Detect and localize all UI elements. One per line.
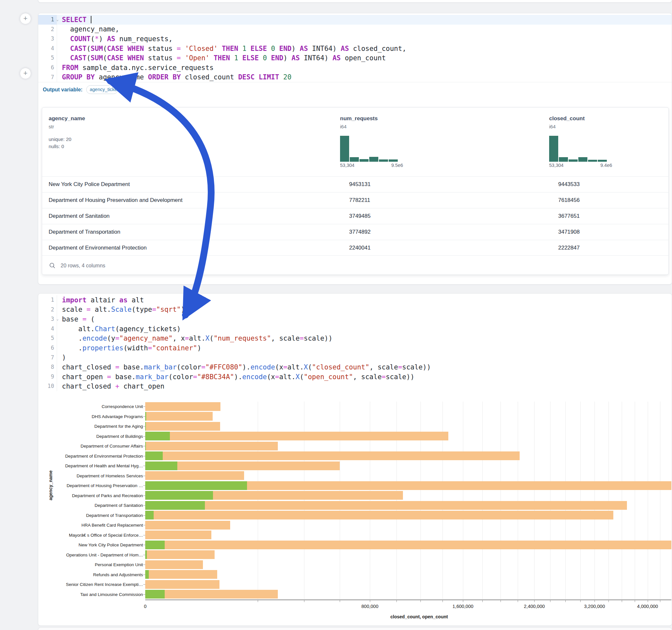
x-tick xyxy=(635,600,635,602)
closed_count-bar xyxy=(145,452,520,460)
x-tick xyxy=(397,600,397,602)
y-tick-label: Department of Buildings xyxy=(96,434,143,438)
chart-x-axis-line xyxy=(145,600,671,600)
open_count-bar xyxy=(145,550,147,559)
code-line[interactable]: 4 alt.Chart(agency_tickets) xyxy=(38,324,672,334)
code-line[interactable]: 5 .encode(y="agency_name", x=alt.X("num_… xyxy=(38,334,672,343)
column-header-num_requests[interactable]: num_requestsi6453,3049.5e6 xyxy=(340,107,378,129)
notebook-page: { "ui": { "plus_label": "+", "output_var… xyxy=(0,0,672,630)
code-text: chart_closed + chart_open xyxy=(62,382,164,390)
column-header-closed_count[interactable]: closed_counti6453,3049.4e6 xyxy=(549,107,585,129)
gridline xyxy=(442,402,443,599)
histogram-max: 9.4e6 xyxy=(600,163,612,168)
table-cell: 3471908 xyxy=(558,229,580,235)
table-row[interactable]: Department of Housing Preservation and D… xyxy=(42,192,668,208)
closed_count-bar xyxy=(145,501,627,510)
table-cell: Department of Transportation xyxy=(49,229,120,235)
line-number: 1 xyxy=(38,295,57,305)
x-tick xyxy=(550,600,550,602)
code-line[interactable]: 7) xyxy=(38,353,672,363)
dataframe-preview: agency_namestrunique: 20nulls: 0num_requ… xyxy=(42,107,669,275)
python-code-editor[interactable]: 1import altair as alt2scale = alt.Scale(… xyxy=(38,294,672,391)
gridline xyxy=(595,402,595,599)
code-text: GROUP BY agency_name ORDER BY closed_cou… xyxy=(62,73,291,81)
line-number: 6 xyxy=(38,63,57,73)
code-text: SELECT xyxy=(62,16,91,24)
output-variable-pill[interactable]: agency_tickets xyxy=(86,85,118,94)
closed_count-bar xyxy=(145,521,230,530)
y-tick-label: Department of Parks and Recreation xyxy=(72,493,143,498)
x-tick xyxy=(340,600,340,602)
gridline xyxy=(550,402,550,599)
closed_count-bar xyxy=(145,580,219,589)
add-cell-button[interactable]: + xyxy=(20,13,31,24)
y-tick-label: Department of Transportation xyxy=(86,513,143,517)
x-tick-label: 3,200,000 xyxy=(584,604,605,609)
table-row[interactable]: New York City Police Department945313194… xyxy=(42,176,668,192)
search-icon[interactable] xyxy=(49,263,55,269)
gridline xyxy=(648,402,648,599)
code-line[interactable]: 3⌄base = ( xyxy=(38,314,672,324)
column-name: closed_count xyxy=(549,115,585,122)
table-cell: 9453131 xyxy=(349,181,370,188)
table-row[interactable]: Department of Environmental Protection22… xyxy=(42,240,668,256)
table-cell: 7618456 xyxy=(558,197,580,203)
gridline xyxy=(421,402,421,599)
histogram-bar xyxy=(360,159,368,162)
table-cell: Department of Sanitation xyxy=(49,213,110,219)
table-row[interactable]: Department of Transportation377489234719… xyxy=(42,224,668,240)
column-type: i64 xyxy=(549,124,585,129)
code-text: CAST(SUM(CASE WHEN status = 'Closed' THE… xyxy=(62,45,406,52)
x-tick xyxy=(463,600,463,602)
gridline xyxy=(258,402,258,599)
y-tick-label: Operations Unit - Department of Hom… xyxy=(66,552,143,557)
collapse-chevron-icon[interactable]: ⌄ xyxy=(56,15,59,25)
code-line[interactable]: 9chart_open = base.mark_bar(color="#8BC3… xyxy=(38,372,672,382)
closed_count-bar xyxy=(145,511,613,519)
gridline xyxy=(622,402,622,599)
open_count-bar xyxy=(145,570,149,579)
dataframe-rows: New York City Police Department945313194… xyxy=(42,176,668,256)
sql-code-editor[interactable]: 1⌄SELECT 2 agency_name,3 COUNT(*) AS num… xyxy=(38,13,672,82)
code-line[interactable]: 8chart_closed = base.mark_bar(color="#FF… xyxy=(38,362,672,372)
code-line[interactable]: 5 CAST(SUM(CASE WHEN status = 'Open' THE… xyxy=(38,53,672,63)
gridline xyxy=(580,402,581,599)
gridline xyxy=(501,402,501,599)
open_count-bar xyxy=(145,590,165,599)
code-line[interactable]: 7GROUP BY agency_name ORDER BY closed_co… xyxy=(38,73,672,82)
line-number: 10 xyxy=(38,382,57,391)
sql-cell: 1⌄SELECT 2 agency_name,3 COUNT(*) AS num… xyxy=(38,13,672,285)
add-cell-button[interactable]: + xyxy=(20,68,31,79)
table-cell: Department of Environmental Protection xyxy=(49,245,146,251)
code-text: import altair as alt xyxy=(62,296,144,304)
code-line[interactable]: 6 .properties(width="container") xyxy=(38,343,672,353)
y-tick-label: Department of Environmental Protection xyxy=(65,453,143,458)
x-tick xyxy=(595,600,595,602)
x-tick-label: 800,000 xyxy=(361,604,378,609)
code-line[interactable]: 1import altair as alt xyxy=(38,295,672,305)
code-line[interactable]: 1⌄SELECT xyxy=(38,15,672,25)
closed_count-bar xyxy=(145,442,278,451)
code-line[interactable]: 4 CAST(SUM(CASE WHEN status = 'Closed' T… xyxy=(38,44,672,53)
column-header-agency_name[interactable]: agency_namestrunique: 20nulls: 0 xyxy=(49,107,85,150)
closed_count-bar xyxy=(145,471,244,480)
x-tick-label: 1,600,000 xyxy=(453,604,474,609)
histogram-bar xyxy=(350,157,359,162)
x-tick-label: 4,000,000 xyxy=(637,604,658,609)
code-line[interactable]: 2 agency_name, xyxy=(38,25,672,34)
closed_count-bar xyxy=(145,422,220,431)
output-variable-label: Output variable: xyxy=(43,87,83,93)
table-row[interactable]: Department of Sanitation37494853677651 xyxy=(42,208,668,224)
y-tick-label: Department for the Aging xyxy=(94,424,143,429)
code-line[interactable]: 6FROM sample_data.nyc.service_requests xyxy=(38,63,672,73)
code-line[interactable]: 2scale = alt.Scale(type="sqrt") xyxy=(38,305,672,315)
histogram-bar xyxy=(578,157,587,162)
code-line[interactable]: 10chart_closed + chart_open xyxy=(38,382,672,391)
code-line[interactable]: 3 COUNT(*) AS num_requests, xyxy=(38,34,672,44)
histogram-min: 53,304 xyxy=(549,163,563,168)
collapse-chevron-icon[interactable]: ⌄ xyxy=(56,314,59,324)
histogram-bar xyxy=(340,136,349,162)
closed_count-bar xyxy=(145,412,213,421)
closed_count-bar xyxy=(145,570,217,579)
y-tick-label: Correspondence Unit xyxy=(101,404,143,409)
